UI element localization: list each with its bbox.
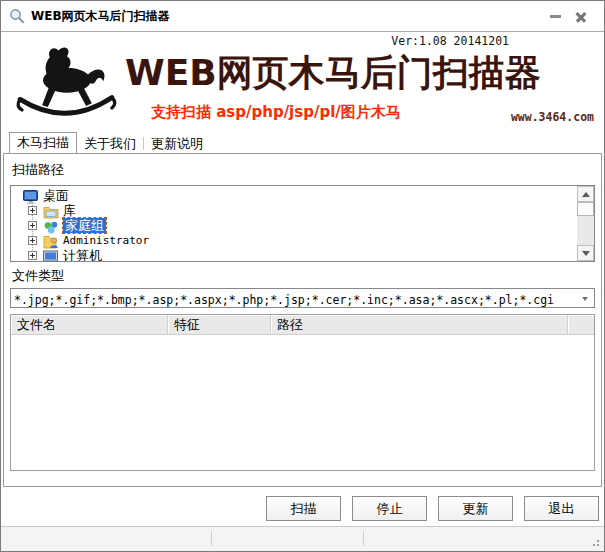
- results-table: 文件名 特征 路径: [10, 314, 595, 471]
- tab-bar: 木马扫描 关于我们 更新说明: [1, 133, 604, 153]
- column-header-path[interactable]: 路径: [271, 315, 568, 334]
- status-separator: [211, 531, 212, 546]
- tree-item-label: 桌面: [43, 188, 69, 203]
- exit-button[interactable]: 退出: [524, 496, 599, 521]
- expand-plus-icon[interactable]: [28, 236, 37, 245]
- magnifier-icon: [9, 8, 25, 24]
- close-button[interactable]: [568, 8, 594, 25]
- scan-button[interactable]: 扫描: [266, 496, 341, 521]
- close-icon: [575, 11, 587, 23]
- scan-tab-panel: 扫描路径 桌面: [3, 153, 602, 487]
- tab-update-notes[interactable]: 更新说明: [144, 134, 210, 153]
- file-type-input[interactable]: [11, 291, 594, 309]
- arrow-down-icon: [582, 251, 590, 256]
- version-text: Ver:1.08 20141201: [391, 34, 509, 48]
- tab-about-us[interactable]: 关于我们: [77, 134, 143, 153]
- computer-icon: [43, 249, 59, 263]
- tree-scrollbar[interactable]: [577, 186, 594, 261]
- update-button[interactable]: 更新: [438, 496, 513, 521]
- tree-item-homegroup[interactable]: 家庭组: [11, 218, 576, 233]
- expand-plus-icon[interactable]: [28, 251, 37, 260]
- scroll-up-button[interactable]: [577, 186, 594, 202]
- results-table-body[interactable]: [11, 335, 594, 471]
- rocking-horse-logo: [13, 42, 119, 130]
- header: Ver:1.08 20141201 WEB网页木马后门扫描器 支持扫描 asp/…: [1, 32, 604, 133]
- arrow-up-icon: [582, 192, 590, 197]
- tree-item-label: 计算机: [63, 248, 102, 262]
- user-folder-icon: [43, 234, 59, 248]
- libraries-folder-icon: [43, 204, 59, 218]
- tree-item-libraries[interactable]: 库: [11, 203, 576, 218]
- resize-grip[interactable]: [589, 536, 599, 546]
- results-table-header: 文件名 特征 路径: [11, 315, 594, 335]
- expand-plus-icon[interactable]: [28, 221, 37, 230]
- tree-item-label-selected: 家庭组: [63, 218, 106, 233]
- app-window: WEB网页木马后门扫描器 Ver:1.08 20141201 WEB网页木马后门…: [0, 0, 605, 552]
- column-header-signature[interactable]: 特征: [168, 315, 271, 334]
- homegroup-icon: [43, 219, 59, 233]
- combo-dropdown-icon[interactable]: [582, 297, 588, 301]
- title-bar: WEB网页木马后门扫描器: [1, 1, 604, 32]
- tree-item-label: Administrator: [63, 233, 149, 248]
- app-title: WEB网页木马后门扫描器: [125, 49, 541, 98]
- file-type-label: 文件类型: [12, 267, 64, 285]
- column-header-spacer: [568, 315, 594, 334]
- tagline: 支持扫描 asp/php/jsp/pl/图片木马: [151, 103, 401, 122]
- desktop-icon: [23, 189, 39, 203]
- status-bar: [1, 526, 604, 551]
- minimize-button[interactable]: [542, 8, 568, 25]
- stop-button[interactable]: 停止: [352, 496, 427, 521]
- scroll-down-button[interactable]: [577, 245, 594, 261]
- window-title: WEB网页木马后门扫描器: [31, 1, 170, 31]
- tree-item-desktop[interactable]: 桌面: [11, 188, 576, 203]
- file-type-combo: [10, 288, 595, 308]
- expand-plus-icon[interactable]: [28, 206, 37, 215]
- website-text: www.3464.com: [511, 110, 594, 124]
- column-header-filename[interactable]: 文件名: [11, 315, 168, 334]
- tab-trojan-scan[interactable]: 木马扫描: [9, 132, 77, 153]
- scan-path-tree[interactable]: 桌面 库: [10, 185, 595, 262]
- tree-item-administrator[interactable]: Administrator: [11, 233, 576, 248]
- tree-item-computer[interactable]: 计算机: [11, 248, 576, 262]
- scan-path-label: 扫描路径: [12, 161, 64, 179]
- tree-item-label: 库: [63, 203, 76, 218]
- status-separator: [363, 531, 364, 546]
- minimize-icon: [550, 15, 561, 18]
- action-button-row: 扫描 停止 更新 退出: [3, 496, 599, 521]
- scrollbar-thumb[interactable]: [577, 202, 594, 216]
